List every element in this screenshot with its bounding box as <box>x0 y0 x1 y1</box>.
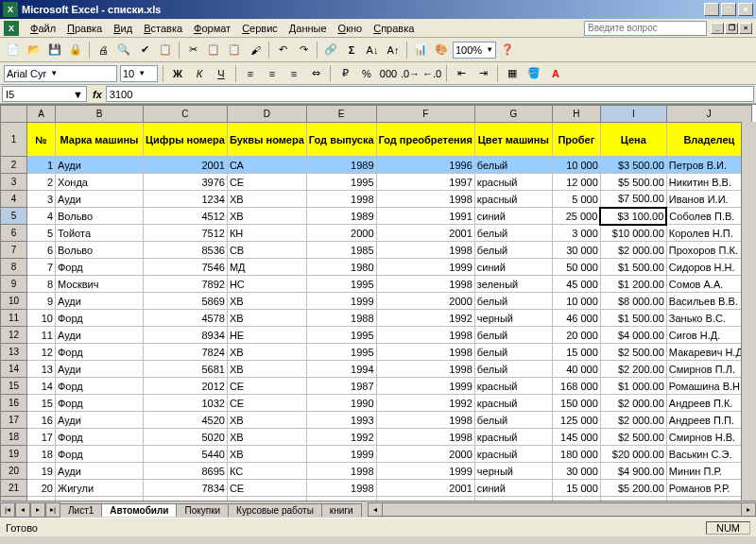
col-header-B[interactable]: B <box>56 106 144 123</box>
sheet-tab-книги[interactable]: книги <box>321 503 362 517</box>
cell[interactable]: $20 000.00 <box>600 446 666 463</box>
align-center-button[interactable]: ≡ <box>263 64 282 83</box>
header-cell[interactable]: Год преобретения <box>376 123 474 157</box>
cell[interactable]: $2 000.00 <box>600 395 666 412</box>
cell[interactable]: 12 000 <box>552 174 600 191</box>
cell[interactable]: белый <box>474 412 552 429</box>
cell[interactable]: 1994 <box>306 361 376 378</box>
row-header-20[interactable]: 20 <box>1 463 27 480</box>
cell[interactable]: зеленый <box>474 276 552 293</box>
row-header-3[interactable]: 3 <box>1 174 27 191</box>
doc-close-button[interactable]: × <box>739 23 752 34</box>
borders-button[interactable]: ▦ <box>503 64 522 83</box>
cell[interactable]: 1995 <box>306 327 376 344</box>
cell[interactable]: 1999 <box>306 446 376 463</box>
cell[interactable]: Ауди <box>56 412 144 429</box>
cell[interactable]: Москвич <box>56 276 144 293</box>
header-cell[interactable]: № <box>27 123 56 157</box>
cell[interactable]: 8 <box>27 276 56 293</box>
cell[interactable]: 11 <box>27 327 56 344</box>
tab-nav-first[interactable]: |◂ <box>0 502 15 518</box>
header-cell[interactable]: Пробег <box>552 123 600 157</box>
header-cell[interactable]: Буквы номера <box>227 123 306 157</box>
header-cell[interactable]: Марка машины <box>56 123 144 157</box>
decrease-decimal-button[interactable]: ←.0 <box>422 64 441 83</box>
cell[interactable]: 6 <box>27 242 56 259</box>
cell[interactable]: Макаревич Н.Д. <box>666 344 751 361</box>
cell[interactable]: белый <box>474 344 552 361</box>
spellcheck-button[interactable]: ✔ <box>135 41 154 60</box>
currency-button[interactable]: ₽ <box>335 64 354 83</box>
cell[interactable]: ХВ <box>227 446 306 463</box>
print-button[interactable]: 🖨 <box>94 41 112 60</box>
cell[interactable]: Королев Н.П. <box>666 225 751 242</box>
cell[interactable]: $1 500.00 <box>600 310 666 327</box>
cell[interactable]: 1995 <box>306 344 376 361</box>
cell[interactable]: белый <box>474 497 552 502</box>
paste-button[interactable]: 📋 <box>225 41 244 60</box>
cell[interactable]: белый <box>474 361 552 378</box>
cell[interactable]: 5869 <box>144 293 228 310</box>
cell[interactable]: 1998 <box>306 463 376 480</box>
cell[interactable]: 30 000 <box>552 463 600 480</box>
bold-button[interactable]: Ж <box>168 64 187 83</box>
sheet-tab-Курсовые работы[interactable]: Курсовые работы <box>228 503 322 517</box>
drawing-button[interactable]: 🎨 <box>432 41 451 60</box>
doc-restore-button[interactable]: ❐ <box>725 23 738 34</box>
redo-button[interactable]: ↷ <box>294 41 313 60</box>
zoom-combo[interactable]: 100%▼ <box>453 42 496 59</box>
cell[interactable]: МД <box>227 259 306 276</box>
menu-Правка[interactable]: Правка <box>61 21 108 36</box>
cell[interactable]: $1 000.00 <box>600 497 666 502</box>
row-header-7[interactable]: 7 <box>1 242 27 259</box>
cell[interactable]: 1991 <box>376 208 474 225</box>
cell[interactable]: $2 000.00 <box>600 242 666 259</box>
cell[interactable]: 7834 <box>144 480 228 497</box>
row-header-5[interactable]: 5 <box>1 208 27 225</box>
cell[interactable]: КН <box>227 225 306 242</box>
cell[interactable]: Соболев П.В. <box>666 208 751 225</box>
row-header-12[interactable]: 12 <box>1 327 27 344</box>
menu-Сервис[interactable]: Сервис <box>236 21 284 36</box>
cell[interactable]: $8 000.00 <box>600 293 666 310</box>
formula-input[interactable]: 3100 <box>106 86 754 102</box>
row-header-2[interactable]: 2 <box>1 157 27 174</box>
menu-Вид[interactable]: Вид <box>108 21 138 36</box>
row-header-11[interactable]: 11 <box>1 310 27 327</box>
cell[interactable]: 1990 <box>306 395 376 412</box>
cell[interactable]: Форд <box>56 378 144 395</box>
cell[interactable]: Форд <box>56 429 144 446</box>
cell[interactable]: 1993 <box>306 412 376 429</box>
cell[interactable]: 1998 <box>376 276 474 293</box>
tab-nav-prev[interactable]: ◂ <box>15 502 30 518</box>
row-header-9[interactable]: 9 <box>1 276 27 293</box>
cell[interactable]: 1987 <box>306 378 376 395</box>
cell[interactable]: 1999 <box>376 259 474 276</box>
cut-button[interactable]: ✂ <box>183 41 202 60</box>
row-header-8[interactable]: 8 <box>1 259 27 276</box>
cell[interactable]: Вольво <box>56 242 144 259</box>
cell[interactable]: 2012 <box>144 378 228 395</box>
cell[interactable]: 9 <box>27 293 56 310</box>
cell[interactable]: ХВ <box>227 412 306 429</box>
cell[interactable]: 7824 <box>144 344 228 361</box>
increase-decimal-button[interactable]: .0→ <box>401 64 420 83</box>
close-button[interactable]: × <box>738 3 753 16</box>
cell[interactable]: ХВ <box>227 497 306 502</box>
cell[interactable]: Ауди <box>56 361 144 378</box>
cell[interactable]: 20 <box>27 480 56 497</box>
cell[interactable]: 20 000 <box>552 327 600 344</box>
menu-Файл[interactable]: Файл <box>25 21 61 36</box>
cell[interactable]: 4 <box>27 208 56 225</box>
decrease-indent-button[interactable]: ⇤ <box>452 64 471 83</box>
cell[interactable]: Занько В.С. <box>666 310 751 327</box>
cell[interactable]: 2000 <box>376 446 474 463</box>
cell[interactable]: Ауди <box>56 191 144 208</box>
cell[interactable]: 2001 <box>376 225 474 242</box>
cell[interactable]: 1996 <box>376 157 474 174</box>
cell[interactable]: 2000 <box>376 293 474 310</box>
cell[interactable]: 13 <box>27 361 56 378</box>
cell[interactable]: 5440 <box>144 446 228 463</box>
cell[interactable]: 1998 <box>306 191 376 208</box>
autosum-button[interactable]: Σ <box>342 41 361 60</box>
